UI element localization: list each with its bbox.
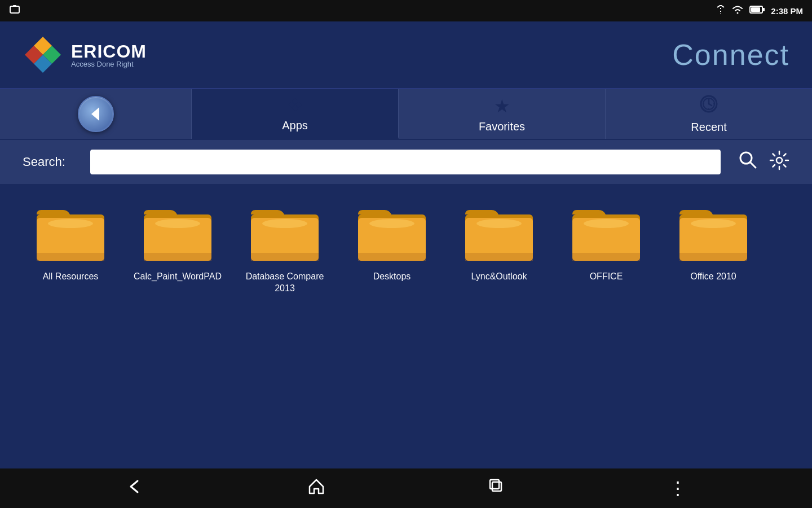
svg-point-39 xyxy=(155,219,200,228)
nav-tabs: ❖ Apps ★ Favorites Recent xyxy=(0,89,812,140)
svg-rect-1 xyxy=(13,5,16,6)
svg-line-32 xyxy=(773,165,775,167)
logo-text-area: ERICOM Access Done Right xyxy=(71,41,147,68)
apps-grid: All Resources Calc_Paint_WordPAD xyxy=(0,185,812,312)
recent-tab-icon xyxy=(699,94,718,117)
ericom-logo-icon xyxy=(23,34,63,75)
svg-rect-56 xyxy=(572,253,640,261)
svg-line-23 xyxy=(750,162,756,168)
svg-rect-36 xyxy=(37,253,104,261)
connect-title: Connect xyxy=(672,38,789,72)
svg-line-31 xyxy=(784,154,786,156)
app-label-database-compare-2013: Database Compare 2013 xyxy=(237,271,333,295)
folder-icon xyxy=(355,202,429,264)
svg-rect-44 xyxy=(251,253,319,261)
apps-tab-icon: ❖ xyxy=(287,94,303,116)
tab-recent[interactable]: Recent xyxy=(606,89,812,139)
tab-apps[interactable]: ❖ Apps xyxy=(192,89,399,139)
app-item-office-2010[interactable]: Office 2010 xyxy=(665,202,761,283)
svg-rect-7 xyxy=(762,8,765,11)
svg-point-35 xyxy=(48,219,93,228)
android-recents-button[interactable] xyxy=(488,478,506,500)
status-screenshot-icon xyxy=(9,5,20,16)
clock-icon xyxy=(699,94,718,113)
search-icon[interactable] xyxy=(738,150,758,174)
battery-icon xyxy=(749,5,765,16)
svg-point-59 xyxy=(691,219,736,228)
logo-area: ERICOM Access Done Right xyxy=(23,34,147,75)
svg-rect-6 xyxy=(751,7,760,12)
svg-rect-48 xyxy=(358,253,426,261)
search-input[interactable] xyxy=(90,150,721,174)
search-bar: Search: xyxy=(0,140,812,185)
android-home-button[interactable] xyxy=(307,478,325,500)
svg-marker-61 xyxy=(310,480,323,493)
ericom-brand-name: ERICOM xyxy=(71,41,147,62)
app-label-office-2010: Office 2010 xyxy=(690,271,736,283)
app-label-calc-paint-wordpad: Calc_Paint_WordPAD xyxy=(134,271,222,283)
folder-icon xyxy=(248,202,321,264)
folder-icon xyxy=(462,202,536,264)
bottom-bar: ⋮ xyxy=(0,468,812,508)
favorites-tab-icon: ★ xyxy=(494,95,510,117)
app-item-desktops[interactable]: Desktops xyxy=(344,202,440,283)
svg-point-24 xyxy=(776,157,782,163)
svg-point-55 xyxy=(584,219,629,228)
svg-point-47 xyxy=(369,219,414,228)
svg-point-51 xyxy=(476,219,522,228)
status-bar: 2:38 PM xyxy=(0,0,812,21)
signal-icon xyxy=(716,5,726,16)
svg-line-30 xyxy=(784,165,786,167)
settings-icon[interactable] xyxy=(769,150,789,174)
svg-rect-0 xyxy=(10,6,19,13)
app-item-lync-outlook[interactable]: Lync&Outlook xyxy=(451,202,547,283)
back-button[interactable] xyxy=(0,89,192,139)
svg-line-29 xyxy=(773,154,775,156)
folder-icon xyxy=(677,202,750,264)
app-item-office[interactable]: OFFICE xyxy=(558,202,654,283)
android-more-button[interactable]: ⋮ xyxy=(669,478,686,499)
folder-icon xyxy=(570,202,643,264)
folder-icon xyxy=(141,202,214,264)
header: ERICOM Access Done Right Connect xyxy=(0,21,812,89)
app-label-lync-outlook: Lync&Outlook xyxy=(471,271,527,283)
svg-rect-52 xyxy=(465,253,533,261)
wifi-icon xyxy=(731,5,744,16)
app-item-database-compare-2013[interactable]: Database Compare 2013 xyxy=(237,202,333,295)
svg-rect-60 xyxy=(679,253,747,261)
app-item-all-resources[interactable]: All Resources xyxy=(23,202,118,283)
apps-tab-label: Apps xyxy=(282,119,308,132)
svg-rect-63 xyxy=(490,480,499,489)
android-back-button[interactable] xyxy=(126,478,144,500)
folder-icon xyxy=(34,202,107,264)
svg-point-43 xyxy=(262,219,307,228)
recent-tab-label: Recent xyxy=(691,121,726,134)
svg-rect-40 xyxy=(144,253,211,261)
svg-rect-62 xyxy=(492,482,501,491)
search-label: Search: xyxy=(23,155,79,169)
back-arrow-icon xyxy=(86,104,106,124)
app-label-all-resources: All Resources xyxy=(43,271,99,283)
app-item-calc-paint-wordpad[interactable]: Calc_Paint_WordPAD xyxy=(130,202,226,283)
app-label-desktops: Desktops xyxy=(373,271,411,283)
tab-favorites[interactable]: ★ Favorites xyxy=(399,89,606,139)
favorites-tab-label: Favorites xyxy=(479,120,525,133)
status-time: 2:38 PM xyxy=(771,6,803,16)
app-label-office: OFFICE xyxy=(590,271,623,283)
svg-marker-12 xyxy=(91,107,99,121)
back-arrow-button[interactable] xyxy=(78,96,114,132)
